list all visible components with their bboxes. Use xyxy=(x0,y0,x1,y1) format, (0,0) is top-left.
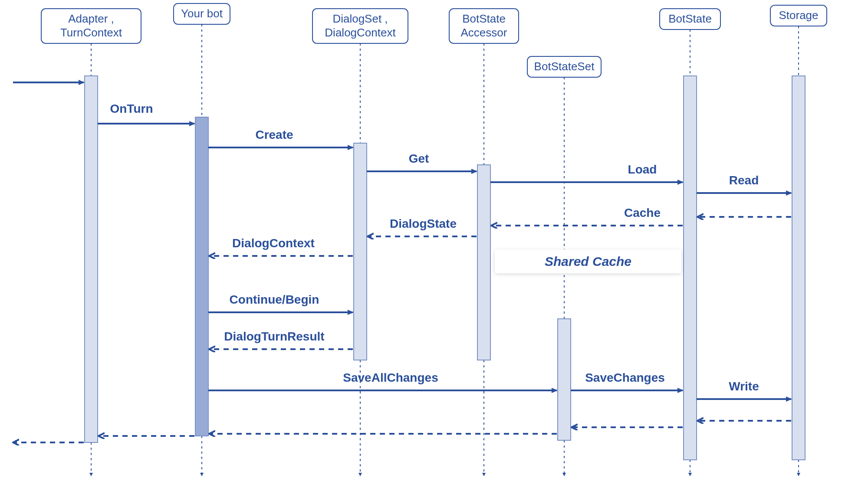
activation-accessor xyxy=(477,165,490,360)
participant-label: BotStateSet xyxy=(534,60,595,73)
msg-label-savechanges: SaveChanges xyxy=(585,371,665,384)
msg-label-write: Write xyxy=(729,380,759,393)
msg-label-load: Load xyxy=(628,163,657,176)
participant-label: TurnContext xyxy=(60,26,122,39)
participant-label: Adapter , xyxy=(68,12,114,25)
activation-storage xyxy=(792,76,805,460)
note-shared-cache: Shared Cache xyxy=(545,254,631,269)
msg-label-cache: Cache xyxy=(624,206,661,219)
msg-label-get: Get xyxy=(409,152,429,165)
msg-label-create: Create xyxy=(255,128,293,141)
participant-label: DialogContext xyxy=(325,26,396,39)
sequence-diagram: Adapter , TurnContext Your bot DialogSet… xyxy=(0,0,868,488)
msg-label-read: Read xyxy=(729,174,759,187)
participant-label: BotState xyxy=(668,12,712,25)
participant-label: BotState xyxy=(462,12,506,25)
participant-label: Storage xyxy=(779,9,818,22)
msg-label-dialogstate: DialogState xyxy=(390,217,457,230)
activation-bot xyxy=(195,117,208,436)
msg-label-onturn: OnTurn xyxy=(110,102,153,115)
activation-dialog xyxy=(354,143,367,360)
msg-label-dialogturnresult: DialogTurnResult xyxy=(224,330,324,343)
activation-adapter xyxy=(85,76,98,442)
activation-botstate xyxy=(684,76,697,460)
msg-label-continuebegin: Continue/Begin xyxy=(230,293,319,306)
participant-label: DialogSet , xyxy=(332,12,388,25)
activation-stateset xyxy=(558,319,571,440)
participant-label: Your bot xyxy=(181,7,223,20)
participant-label: Accessor xyxy=(461,26,507,39)
msg-label-saveallchanges: SaveAllChanges xyxy=(343,371,438,384)
msg-label-dialogcontext: DialogContext xyxy=(232,236,315,250)
